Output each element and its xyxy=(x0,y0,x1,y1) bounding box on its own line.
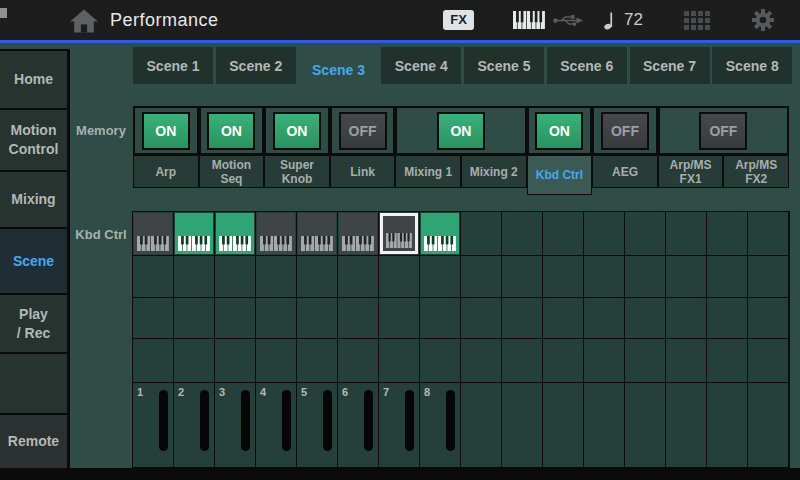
memory-switch-2[interactable]: ON xyxy=(207,112,255,150)
tab-scene-3[interactable]: Scene 3 xyxy=(299,47,379,92)
grid-cell xyxy=(625,256,666,298)
tab-scene-8[interactable]: Scene 8 xyxy=(712,47,792,84)
grid-cell xyxy=(584,339,625,383)
sidebar-item-mixing[interactable]: Mixing xyxy=(0,170,70,227)
tab-scene-5[interactable]: Scene 5 xyxy=(464,47,544,84)
slider-bar[interactable] xyxy=(241,390,250,451)
scene-tab-label: Scene 3 xyxy=(312,62,365,78)
grid-cell xyxy=(584,212,625,256)
slider-bar[interactable] xyxy=(405,390,414,451)
slider-bar[interactable] xyxy=(282,390,291,451)
tab-arp[interactable]: Arp xyxy=(133,155,199,188)
tab-arp-ms-fx2[interactable]: Arp/MS FX2 xyxy=(723,155,789,188)
scene-tab-label: Scene 5 xyxy=(478,58,531,74)
kbd-ctrl-toggle-1[interactable] xyxy=(134,213,172,254)
slider-bar[interactable] xyxy=(364,390,373,451)
slider-bar[interactable] xyxy=(323,390,332,451)
memory-switch-5[interactable]: ON xyxy=(437,112,485,150)
grid-cell xyxy=(502,212,543,256)
grid-cell xyxy=(502,339,543,383)
fx-badge[interactable]: FX xyxy=(443,10,474,30)
grid-cell xyxy=(338,212,379,256)
slider-cell-6: 6 xyxy=(338,383,379,468)
grid-cell xyxy=(338,339,379,383)
scene-tab-label: Scene 2 xyxy=(229,58,282,74)
sidebar-item-label: Play / Rec xyxy=(17,305,50,343)
kbd-ctrl-toggle-5[interactable] xyxy=(298,213,336,254)
grid-cell xyxy=(584,256,625,298)
kbd-ctrl-toggle-8[interactable] xyxy=(421,213,459,254)
tempo-value[interactable]: 72 xyxy=(624,0,643,40)
keyboard-icon[interactable] xyxy=(513,11,545,29)
tab-scene-6[interactable]: Scene 6 xyxy=(547,47,627,84)
grid-cell xyxy=(461,298,502,339)
kbd-ctrl-toggle-2[interactable] xyxy=(175,213,213,254)
slider-bar[interactable] xyxy=(159,390,168,451)
grid-cell xyxy=(379,212,420,256)
kbd-ctrl-toggle-3[interactable] xyxy=(216,213,254,254)
kbd-ctrl-toggle-6[interactable] xyxy=(339,213,377,254)
grid-cell xyxy=(666,339,707,383)
sidebar-item-motion-control[interactable]: Motion Control xyxy=(0,108,70,170)
grid-cell xyxy=(748,298,789,339)
memory-switch-7[interactable]: OFF xyxy=(601,112,649,150)
memory-switch-1[interactable]: ON xyxy=(142,112,190,150)
grid-cell xyxy=(502,256,543,298)
memory-switch-3[interactable]: ON xyxy=(273,112,321,150)
scene-tab-label: Scene 6 xyxy=(560,58,613,74)
tab-link[interactable]: Link xyxy=(330,155,396,188)
memory-switch-6[interactable]: ON xyxy=(535,112,583,150)
grid-cell xyxy=(625,339,666,383)
tab-arp-ms-fx1[interactable]: Arp/MS FX1 xyxy=(658,155,724,188)
tab-mixing-1[interactable]: Mixing 1 xyxy=(395,155,461,188)
tab-kbd-ctrl[interactable]: Kbd Ctrl xyxy=(527,155,593,195)
kbd-ctrl-toggle-4[interactable] xyxy=(257,213,295,254)
memory-switch-4[interactable]: OFF xyxy=(339,112,387,150)
scene-tab-label: Scene 1 xyxy=(147,58,200,74)
sidebar-item-remote[interactable]: Remote xyxy=(0,413,70,468)
scene-column-number: 3 xyxy=(219,386,225,398)
grid-cell xyxy=(297,339,338,383)
tab-scene-2[interactable]: Scene 2 xyxy=(216,47,296,84)
slider-cell-1: 1 xyxy=(133,383,174,468)
scene-tab-label: Scene 4 xyxy=(395,58,448,74)
sub-tab-label: AEG xyxy=(612,165,638,179)
grid-cell xyxy=(133,212,174,256)
scene-grid: 12345678 xyxy=(132,211,790,469)
grid-cell xyxy=(707,383,748,468)
quarter-note-icon[interactable] xyxy=(604,11,615,30)
grid-cell xyxy=(174,339,215,383)
slider-bar[interactable] xyxy=(446,390,455,451)
memory-row-label: Memory xyxy=(69,106,133,155)
tab-aeg[interactable]: AEG xyxy=(592,155,658,188)
gear-icon[interactable] xyxy=(752,9,774,31)
grid-cell xyxy=(707,298,748,339)
home-icon[interactable] xyxy=(62,7,106,35)
grid-cell xyxy=(748,212,789,256)
tab-scene-7[interactable]: Scene 7 xyxy=(630,47,710,84)
kbd-ctrl-toggle-7-cursor[interactable] xyxy=(380,213,418,254)
memory-switch-8[interactable]: OFF xyxy=(699,112,747,150)
page-title[interactable]: Performance xyxy=(110,0,219,40)
pad-grid-icon[interactable] xyxy=(684,11,711,30)
tab-scene-4[interactable]: Scene 4 xyxy=(381,47,461,84)
slider-bar[interactable] xyxy=(200,390,209,451)
sidebar-item-play-rec[interactable]: Play / Rec xyxy=(0,293,70,352)
tab-scene-1[interactable]: Scene 1 xyxy=(133,47,213,84)
scene-column-number: 4 xyxy=(260,386,266,398)
tab-motion-seq[interactable]: Motion Seq xyxy=(199,155,265,188)
grid-cell xyxy=(215,339,256,383)
top-bar: Performance FX 72 xyxy=(0,0,800,43)
scene-column-number: 2 xyxy=(178,386,184,398)
grid-cell xyxy=(297,212,338,256)
piano-keys-icon xyxy=(386,233,412,248)
memory-switch-cell-8: OFF xyxy=(658,106,789,155)
sidebar-item-scene[interactable]: Scene xyxy=(0,227,70,293)
tab-super-knob[interactable]: Super Knob xyxy=(264,155,330,188)
memory-switch-cell-5: ON xyxy=(395,106,526,155)
grid-cell xyxy=(174,298,215,339)
tab-mixing-2[interactable]: Mixing 2 xyxy=(461,155,527,188)
sidebar-item-home[interactable]: Home xyxy=(0,49,70,108)
sidebar-item-label: Scene xyxy=(13,252,54,271)
grid-cell xyxy=(420,339,461,383)
